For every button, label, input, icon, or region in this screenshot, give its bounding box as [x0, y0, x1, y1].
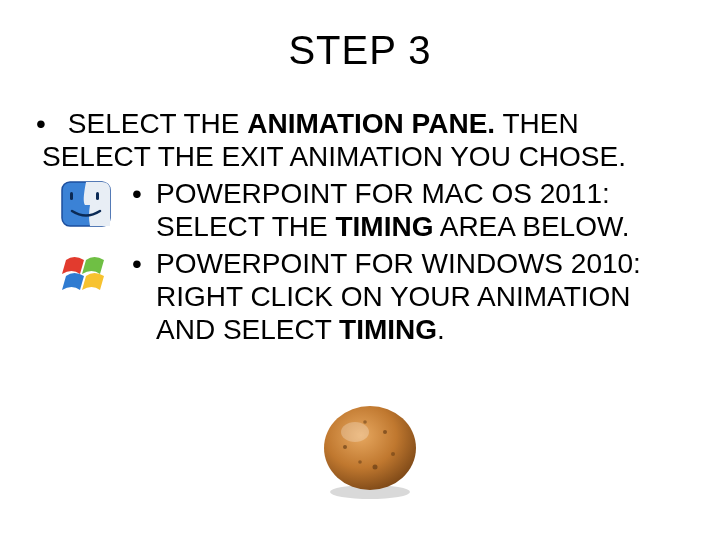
- svg-point-7: [383, 430, 387, 434]
- text-segment: AREA BELOW.: [433, 211, 629, 242]
- svg-point-10: [391, 452, 395, 456]
- svg-point-6: [343, 445, 347, 449]
- text-segment: SELECT THE: [68, 108, 247, 139]
- slide-title: STEP 3: [36, 28, 684, 73]
- svg-point-8: [373, 465, 378, 470]
- donut-image: [315, 392, 425, 502]
- svg-point-5: [341, 422, 369, 442]
- svg-rect-1: [70, 192, 73, 200]
- bold-text: TIMING: [335, 211, 433, 242]
- windows-icon: [60, 250, 112, 302]
- bold-text: ANIMATION PANE.: [247, 108, 495, 139]
- sub-bullet-mac: POWERPOINT FOR MAC OS 2011: SELECT THE T…: [132, 177, 684, 243]
- svg-point-9: [358, 460, 362, 464]
- main-list: SELECT THE ANIMATION PANE. THEN SELECT T…: [42, 107, 684, 346]
- main-bullet: SELECT THE ANIMATION PANE. THEN SELECT T…: [42, 107, 684, 346]
- sub-list: POWERPOINT FOR MAC OS 2011: SELECT THE T…: [132, 177, 684, 346]
- text-segment: .: [437, 314, 445, 345]
- bold-text: TIMING: [339, 314, 437, 345]
- slide: STEP 3 SELECT THE ANIMATION PANE. THEN S…: [0, 0, 720, 540]
- finder-icon: [60, 178, 112, 230]
- svg-point-4: [324, 406, 416, 490]
- sub-bullet-windows: POWERPOINT FOR WINDOWS 2010: RIGHT CLICK…: [132, 247, 684, 346]
- svg-point-11: [363, 420, 367, 424]
- svg-rect-2: [96, 192, 99, 200]
